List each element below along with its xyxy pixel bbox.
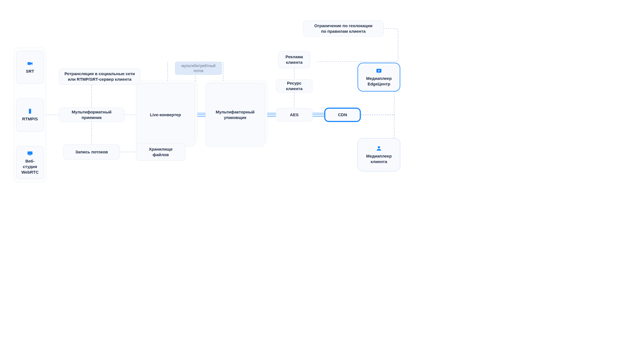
node-receiver-label: Мультиформатный приемник	[72, 109, 111, 121]
node-player-edge-label: Медиаплеер EdgeЦентр	[366, 76, 392, 87]
node-geo-label: Ограничение по геолокации по правилам кл…	[314, 23, 372, 34]
source-webrtc: Веб-студия WebRTC	[16, 146, 44, 179]
source-srt: SRT	[16, 50, 44, 84]
diagram-canvas: .dash { stroke:#8CA6D6; stroke-width:1.2…	[0, 0, 405, 224]
node-recorder: Запись потоков	[63, 144, 120, 160]
source-rtmps-label: RTMP/S	[22, 116, 38, 122]
node-aes-label: AES	[290, 112, 299, 118]
node-geo: Ограничение по геолокации по правилам кл…	[303, 21, 384, 37]
node-receiver: Мультиформатный приемник	[59, 108, 124, 122]
node-player-client: Медиаплеер клиента	[358, 138, 400, 171]
node-player-edge: Медиаплеер EdgeЦентр	[358, 63, 400, 92]
svg-rect-2	[27, 151, 32, 155]
source-rtmps: RTMP/S	[16, 98, 44, 131]
svg-rect-1	[29, 109, 31, 114]
node-resource: Ресурс клиента	[276, 79, 313, 93]
label-multibitrate: мультибитрейтный поток	[175, 62, 222, 75]
monitor-icon	[27, 150, 33, 157]
node-packager-label: Мультифакторный упаковщик	[216, 109, 255, 121]
camera-icon	[27, 60, 33, 67]
source-srt-label: SRT	[26, 69, 34, 74]
phone-icon	[27, 108, 33, 115]
node-player-client-label: Медиаплеер клиента	[366, 153, 392, 165]
node-recorder-label: Запись потоков	[75, 149, 108, 155]
node-ads-label: Реклама клиента	[286, 54, 303, 65]
svg-point-5	[378, 146, 380, 148]
node-converter-label: Live-конвертер	[150, 112, 181, 118]
svg-rect-3	[29, 155, 31, 156]
node-storage-label: Хранилище файлов	[149, 146, 173, 158]
user-icon	[376, 145, 382, 152]
source-webrtc-label: Веб-студия WebRTC	[20, 158, 40, 175]
node-storage: Хранилище файлов	[136, 143, 185, 161]
node-packager: Мультифакторный упаковщик	[205, 83, 265, 146]
node-resource-label: Ресурс клиента	[280, 80, 308, 92]
node-converter: Live-конвертер	[136, 83, 195, 146]
node-cdn: CDN	[324, 108, 361, 122]
node-ads: Реклама клиента	[278, 51, 310, 68]
node-cdn-label: CDN	[338, 112, 347, 118]
node-aes: AES	[276, 108, 313, 121]
node-restream: Ретрансляция в социальные сети или RTMP/…	[59, 68, 140, 85]
play-icon	[376, 67, 382, 74]
svg-rect-0	[27, 62, 31, 65]
node-restream-label: Ретрансляция в социальные сети или RTMP/…	[64, 71, 135, 82]
